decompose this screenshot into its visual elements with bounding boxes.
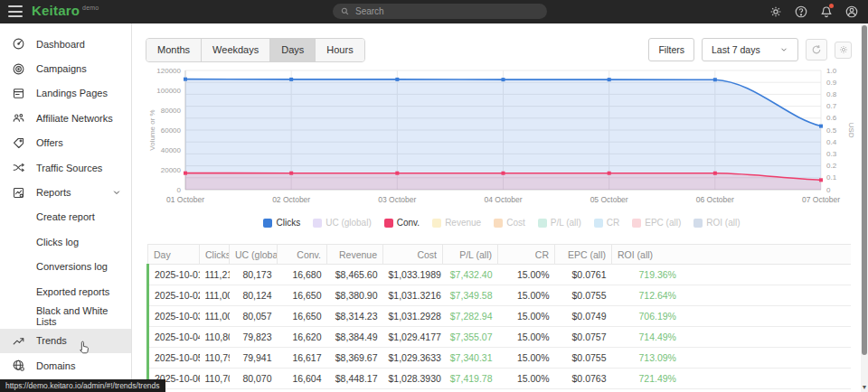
chart-settings-button[interactable] — [835, 42, 852, 59]
legend-item-epc-all-[interactable]: EPC (all) — [632, 218, 681, 228]
table-row: 2025-10-06110,7080,07016,604$8,448.17$1,… — [148, 369, 852, 389]
sidebar-item-trends[interactable]: Trends — [0, 329, 131, 353]
tab-hours[interactable]: Hours — [316, 39, 363, 61]
tab-months[interactable]: Months — [146, 39, 202, 61]
chevron-down-icon — [111, 187, 122, 198]
sidebar-item-label: Domains — [36, 360, 75, 371]
hamburger-menu-icon[interactable] — [8, 5, 23, 17]
date-range-select[interactable]: Last 7 days — [702, 38, 798, 61]
sidebar-item-conversions-log[interactable]: Conversions log — [0, 255, 131, 279]
svg-text:80000: 80000 — [161, 107, 182, 115]
sidebar-item-label: Exported reports — [36, 286, 109, 297]
column-header-cost[interactable]: Cost — [383, 245, 443, 265]
app-logo[interactable]: Keitarodemo — [32, 3, 99, 18]
sidebar-item-dashboard[interactable]: Dashboard — [0, 32, 131, 56]
legend-swatch — [263, 219, 272, 228]
scrollbar-thumb[interactable] — [862, 25, 867, 355]
column-header-day[interactable]: Day — [148, 245, 200, 265]
sidebar-item-clicks-log[interactable]: Clicks log — [0, 229, 131, 254]
legend-item-clicks[interactable]: Clicks — [263, 218, 300, 228]
column-header-epc-all-[interactable]: EPC (all) — [555, 245, 612, 265]
cell-roi-all-: 719.36% — [612, 265, 852, 285]
svg-text:03 October: 03 October — [378, 195, 416, 204]
table-row: 2025-10-02111,0080,12416,650$8,380.90$1,… — [148, 285, 852, 306]
sidebar-item-label: Affiliate Networks — [36, 113, 113, 124]
legend-swatch — [594, 219, 603, 228]
sidebar-item-landings-pages[interactable]: Landings Pages — [0, 81, 131, 106]
svg-text:04 October: 04 October — [484, 195, 522, 204]
sidebar-item-label: Trends — [36, 335, 67, 346]
cell-p-l-all-: $7,432.40 — [443, 265, 498, 285]
tab-days[interactable]: Days — [270, 39, 316, 61]
cell-cr: 15.00% — [498, 327, 555, 348]
svg-text:0.1: 0.1 — [826, 173, 837, 182]
column-header-clicks[interactable]: Clicks — [200, 245, 230, 265]
svg-text:1.0: 1.0 — [826, 67, 837, 75]
legend-label: CR — [607, 218, 619, 228]
cell-roi-all-: 714.49% — [612, 327, 852, 348]
table-row: 2025-10-0764,4146,4579,648$4,906.04$912.… — [148, 389, 852, 392]
cell-roi-all-: 437.41% — [612, 389, 852, 392]
filters-button[interactable]: Filters — [648, 38, 694, 61]
cell-cost: $1,031.3216 — [383, 285, 443, 306]
demo-badge: demo — [82, 5, 99, 11]
column-header-uc-global-[interactable]: UC (global) — [230, 245, 278, 265]
svg-text:0.8: 0.8 — [826, 90, 837, 98]
column-header-cr[interactable]: CR — [498, 245, 555, 265]
settings-gear-icon[interactable] — [769, 5, 783, 19]
column-header-revenue[interactable]: Revenue — [327, 245, 383, 265]
column-header-roi-all-[interactable]: ROI (all) — [612, 245, 852, 265]
cell-conv-: 16,650 — [278, 285, 327, 306]
legend-swatch — [494, 219, 503, 228]
reports-icon — [12, 186, 25, 200]
cell-revenue: $8,384.49 — [327, 327, 383, 348]
main-content: MonthsWeekdaysDaysHours Filters Last 7 d… — [133, 23, 861, 392]
cell-clicks: 111,21 — [200, 265, 230, 285]
sidebar-item-exported-reports[interactable]: Exported reports — [0, 279, 131, 303]
sidebar-item-create-report[interactable]: Create report — [0, 205, 131, 229]
user-profile-icon[interactable] — [844, 5, 859, 19]
notifications-bell-icon[interactable] — [819, 5, 834, 19]
search-icon — [340, 6, 350, 16]
cell-p-l-all-: $7,419.78 — [443, 369, 498, 389]
refresh-button[interactable] — [806, 39, 827, 61]
cell-uc-global-: 80,173 — [230, 265, 278, 285]
scrollbar-down-arrow[interactable]: ▼ — [861, 384, 868, 390]
sidebar-item-affiliate-networks[interactable]: Affiliate Networks — [0, 106, 131, 130]
sidebar-item-label: Reports — [36, 187, 71, 198]
column-header-conv-[interactable]: Conv. — [278, 245, 327, 265]
trends-chart: 02000040000600008000010000012000000.10.2… — [145, 66, 859, 214]
legend-item-p-l-all-[interactable]: P/L (all) — [538, 218, 581, 228]
legend-item-cost[interactable]: Cost — [494, 218, 525, 228]
sidebar-item-reports[interactable]: Reports — [0, 180, 131, 204]
page-scrollbar[interactable]: ▼ — [861, 23, 868, 392]
cell-uc-global-: 46,457 — [230, 389, 278, 392]
legend-swatch — [632, 219, 641, 228]
cell-uc-global-: 80,057 — [230, 306, 278, 327]
cell-conv-: 16,650 — [278, 306, 327, 327]
sidebar-item-domains[interactable]: Domains — [0, 353, 131, 378]
tab-weekdays[interactable]: Weekdays — [202, 39, 270, 61]
sidebar-item-campaigns[interactable]: Campaigns — [0, 56, 131, 80]
legend-label: Conv. — [397, 218, 420, 228]
cell-conv-: 9,648 — [278, 389, 327, 392]
column-header-p-l-all-[interactable]: P/L (all) — [443, 245, 498, 265]
cell-conv-: 16,620 — [278, 327, 327, 348]
cell-clicks: 110,79 — [200, 348, 230, 369]
svg-text:40000: 40000 — [161, 146, 182, 154]
sidebar-item-black-and-white-lists[interactable]: Black and White Lists — [0, 303, 131, 328]
legend-item-uc-global-[interactable]: UC (global) — [313, 218, 372, 228]
search-input[interactable]: Search — [333, 4, 547, 19]
sidebar-item-offers[interactable]: Offers — [0, 131, 131, 155]
dashboard-icon — [12, 37, 25, 51]
help-icon[interactable] — [794, 5, 808, 19]
legend-item-cr[interactable]: CR — [594, 218, 619, 228]
sidebar-item-traffic-sources[interactable]: Traffic Sources — [0, 155, 131, 180]
legend-swatch — [384, 219, 393, 228]
legend-item-roi-all-[interactable]: ROI (all) — [693, 218, 740, 228]
cell-day: 2025-10-03 — [148, 306, 200, 327]
legend-item-revenue[interactable]: Revenue — [432, 218, 481, 228]
cell-cr: 15.00% — [498, 348, 555, 369]
cell-uc-global-: 80,070 — [230, 369, 278, 389]
legend-item-conv-[interactable]: Conv. — [384, 218, 420, 228]
